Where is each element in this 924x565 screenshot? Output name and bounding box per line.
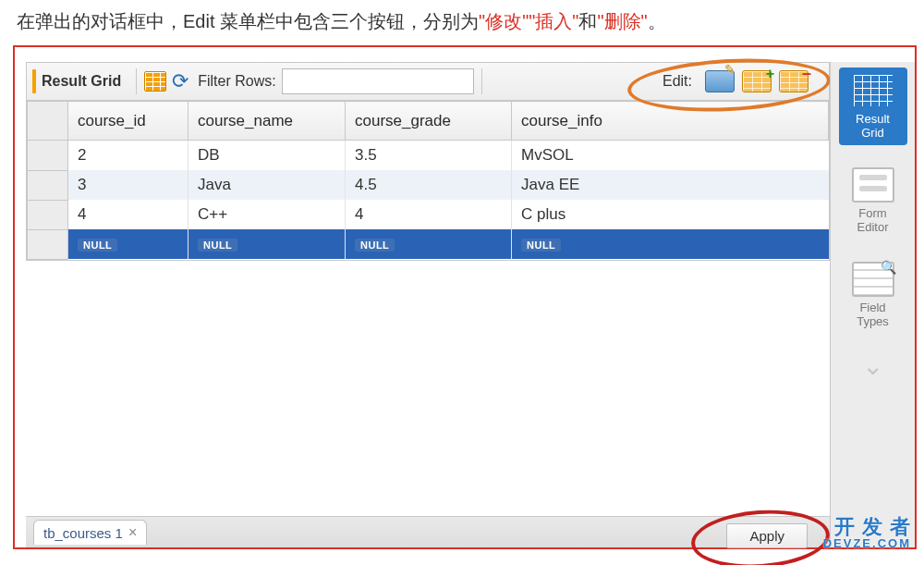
result-toolbar: Result Grid ⟳ Filter Rows: Edit:: [26, 62, 830, 101]
grid-header-row: course_id course_name course_grade cours…: [28, 102, 829, 141]
highlight-frame: Result Grid ⟳ Filter Rows: Edit:: [13, 45, 917, 549]
field-types-icon: [852, 262, 894, 297]
apply-button[interactable]: Apply: [726, 523, 808, 548]
result-grid-table[interactable]: course_id course_name course_grade cours…: [26, 101, 830, 261]
panel-tab-field-types[interactable]: Field Types: [839, 256, 907, 334]
grid-icon: [852, 73, 894, 108]
null-badge: NULL: [355, 239, 395, 252]
instruction-text: 在弹出的对话框中，Edit 菜单栏中包含三个按钮，分别为"修改""插入"和"删除…: [0, 0, 924, 45]
grid-view-icon[interactable]: [144, 71, 166, 92]
null-badge: NULL: [521, 239, 561, 252]
table-row[interactable]: 4 C++ 4 C plus: [28, 200, 829, 229]
right-side-panel: Result Grid Form Editor Field Types ⌄: [830, 62, 915, 547]
edit-label: Edit:: [663, 73, 692, 90]
table-row-new[interactable]: NULL NULL NULL NULL: [28, 229, 829, 259]
panel-scroll-down-icon[interactable]: ⌄: [862, 350, 883, 381]
edit-toolbar-section: Edit:: [663, 70, 823, 92]
result-grid-label: Result Grid: [42, 73, 121, 90]
null-badge: NULL: [78, 239, 117, 252]
panel-tab-form-editor[interactable]: Form Editor: [839, 162, 907, 240]
tab-label: tb_courses 1: [43, 525, 123, 541]
column-header[interactable]: course_grade: [346, 102, 512, 141]
edit-delete-button[interactable]: [779, 70, 808, 92]
bottom-tab-bar: tb_courses 1 × Apply: [26, 516, 830, 547]
column-header[interactable]: course_id: [68, 102, 188, 141]
form-icon: [852, 167, 894, 203]
filter-rows-input[interactable]: [282, 68, 474, 94]
panel-tab-label: Form Editor: [857, 206, 889, 234]
panel-tab-label: Result Grid: [856, 112, 890, 140]
column-header[interactable]: course_info: [512, 102, 829, 141]
result-tab[interactable]: tb_courses 1 ×: [33, 520, 147, 545]
table-row[interactable]: 2 DB 3.5 MvSOL: [28, 141, 829, 171]
row-selector-header: [28, 102, 68, 141]
toolbar-accent: [32, 69, 36, 93]
filter-rows-label: Filter Rows:: [198, 73, 275, 90]
panel-tab-label: Field Types: [857, 301, 889, 328]
edit-insert-button[interactable]: [742, 70, 772, 92]
edit-modify-button[interactable]: [705, 70, 735, 92]
close-icon[interactable]: ×: [128, 524, 137, 541]
null-badge: NULL: [198, 239, 237, 252]
panel-tab-result-grid[interactable]: Result Grid: [839, 68, 907, 145]
refresh-icon[interactable]: ⟳: [172, 69, 188, 93]
table-row[interactable]: 3 Java 4.5 Java EE: [28, 170, 829, 200]
column-header[interactable]: course_name: [188, 102, 346, 141]
